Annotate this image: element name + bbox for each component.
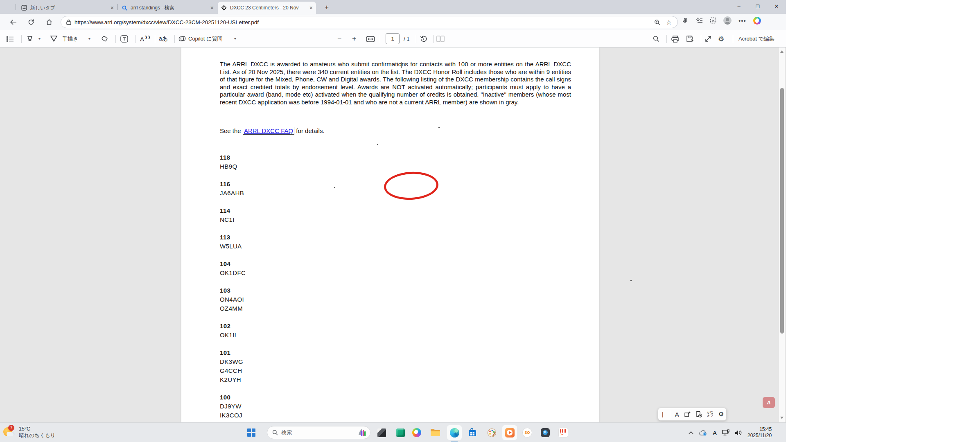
window-minimize-button[interactable]: –	[729, 0, 748, 14]
toolbar-divider	[433, 35, 434, 43]
copilot-ask-label[interactable]: Copilot に質問	[188, 33, 222, 45]
favorite-star-icon[interactable]: ☆	[666, 18, 672, 26]
translate-icon[interactable]: aあ	[159, 33, 168, 45]
weather-widget[interactable]: 7 15°C晴れのちくもり	[3, 424, 55, 439]
zoom-in-icon[interactable]: +	[352, 33, 357, 45]
search-highlight-image[interactable]	[355, 428, 366, 437]
arrl-dxcc-faq-link[interactable]: ARRL DXCC FAQ	[243, 127, 294, 135]
settings-gear-icon[interactable]: ⚙	[718, 33, 724, 45]
refresh-icon[interactable]	[25, 16, 37, 28]
ime-alpha-mode[interactable]: A	[675, 411, 679, 418]
copilot-pdf-icon[interactable]	[178, 33, 186, 45]
recorder-app-icon[interactable]	[538, 425, 553, 440]
system-tray: A 15:452025/11/20	[689, 423, 772, 442]
chevron-down-icon[interactable]: ▼	[88, 34, 91, 43]
onedrive-cloud-icon[interactable]	[699, 430, 707, 436]
pdf-see-line: See the ARRL DXCC FAQ for details.	[220, 127, 325, 134]
lock-icon[interactable]	[66, 19, 71, 25]
standings-group: 116JA6AHB	[220, 180, 343, 198]
standings-callsign: JA6AHB	[220, 189, 343, 198]
rotate-icon[interactable]	[420, 33, 427, 45]
ink-speck	[377, 144, 378, 145]
taskbar-search-box[interactable]: 検索	[267, 426, 370, 439]
copilot-app-icon[interactable]	[409, 425, 424, 440]
clip-scissors-app-icon[interactable]: ✂	[556, 425, 571, 440]
ime-mode-a[interactable]: A	[713, 429, 717, 436]
more-menu-icon[interactable]: •••	[738, 17, 746, 24]
standings-callsign: OK1IL	[220, 331, 343, 340]
standings-group: 118HB9Q	[220, 153, 343, 171]
pdf-viewer-content[interactable]: The ARRL DXCC is awarded to amateurs who…	[0, 47, 786, 422]
tab-new-tab[interactable]: 新しいタブ ×	[18, 2, 117, 14]
pen-icon[interactable]	[50, 33, 58, 45]
standings-callsign: DJ9YW	[220, 402, 343, 411]
read-aloud-icon[interactable]: A❱❱	[140, 33, 151, 45]
vertical-scrollbar[interactable]	[779, 47, 785, 422]
acrobat-edit-button[interactable]: Acrobat で編集	[738, 33, 775, 45]
ime-pad-icon[interactable]	[684, 411, 691, 417]
web-capture-icon[interactable]	[710, 17, 716, 24]
page-number-input[interactable]	[386, 33, 400, 44]
start-button[interactable]	[244, 425, 259, 440]
copilot-icon[interactable]	[753, 17, 761, 25]
hidden-icons-chevron[interactable]	[689, 431, 693, 434]
scroll-up-arrow[interactable]	[780, 50, 784, 53]
address-bar[interactable]: https://www.arrl.org/system/dxcc/view/DX…	[61, 16, 678, 28]
weather-icon: 7	[3, 426, 16, 438]
standings-group: 100DJ9YWIK3COJOK1KIR	[220, 393, 343, 422]
settings-gear-icon[interactable]: ⚙	[718, 410, 724, 418]
fullscreen-icon[interactable]	[705, 33, 711, 45]
microsoft-store-icon[interactable]	[465, 425, 480, 440]
standings-group: 113W5LUA	[220, 233, 343, 251]
media-player-app-icon[interactable]	[502, 425, 517, 440]
fit-to-width-icon[interactable]	[366, 33, 375, 45]
acrobat-extension-button[interactable]: A	[763, 397, 775, 408]
url-text[interactable]: https://www.arrl.org/system/dxcc/view/DX…	[75, 19, 259, 25]
new-tab-button[interactable]: +	[322, 3, 332, 13]
collections-icon[interactable]	[696, 17, 703, 24]
back-icon[interactable]	[7, 16, 19, 28]
text-caret: |	[661, 411, 665, 417]
eraser-icon[interactable]	[101, 33, 108, 45]
window-maximize-button[interactable]: ❐	[748, 0, 767, 14]
file-explorer-icon[interactable]	[428, 425, 443, 440]
page-count-label: / 1	[404, 33, 409, 45]
tab-close-icon[interactable]: ×	[210, 5, 214, 11]
toolbar-divider	[174, 35, 175, 43]
zoom-out-icon[interactable]: −	[337, 33, 342, 45]
table-of-contents-icon[interactable]	[7, 33, 14, 45]
save-icon[interactable]	[686, 33, 694, 45]
ime-divider	[670, 410, 670, 418]
scrollbar-thumb[interactable]	[780, 88, 784, 334]
ime-add-word-icon[interactable]	[695, 411, 702, 417]
highlighter-icon[interactable]	[26, 33, 34, 45]
clock[interactable]: 15:452025/11/20	[747, 426, 772, 439]
tab-dxcc-pdf-active[interactable]: DXCC 23 Centimeters - 20 Nov 20 ×	[218, 2, 316, 14]
profile-avatar[interactable]	[723, 16, 732, 25]
chevron-down-icon[interactable]: ▼	[38, 34, 41, 43]
volume-icon[interactable]	[735, 430, 742, 436]
so-bubble-app-icon[interactable]: SO	[520, 425, 535, 440]
dark-square-app-icon[interactable]	[374, 425, 389, 440]
scroll-down-arrow[interactable]	[780, 417, 784, 419]
tab-arrl-standings[interactable]: arrl standings - 検索 ×	[119, 2, 217, 14]
ime-kana-off-toggle[interactable]: かなオフ	[707, 411, 714, 417]
standings-callsign: OZ4MM	[220, 304, 343, 313]
zoom-icon[interactable]	[654, 19, 660, 25]
search-icon[interactable]	[653, 33, 659, 45]
extensions-puzzle-icon[interactable]	[682, 17, 689, 24]
ink-speck	[334, 187, 335, 188]
tab-close-icon[interactable]: ×	[111, 5, 114, 11]
microsoft-edge-icon[interactable]	[447, 425, 462, 440]
add-text-icon[interactable]	[120, 33, 128, 45]
print-icon[interactable]	[671, 33, 679, 45]
desktop-canvas: 新しいタブ × arrl standings - 検索 × DXCC 23 Ce…	[0, 0, 980, 442]
chevron-down-icon[interactable]: ▼	[233, 34, 237, 43]
window-close-button[interactable]: ✕	[767, 0, 786, 14]
home-icon[interactable]	[43, 16, 55, 28]
tab-close-icon[interactable]: ×	[309, 5, 313, 11]
draw-label[interactable]: 手描き	[62, 33, 78, 45]
paint-app-icon[interactable]	[484, 425, 499, 440]
green-book-app-icon[interactable]	[393, 425, 408, 440]
network-icon[interactable]	[722, 429, 729, 436]
